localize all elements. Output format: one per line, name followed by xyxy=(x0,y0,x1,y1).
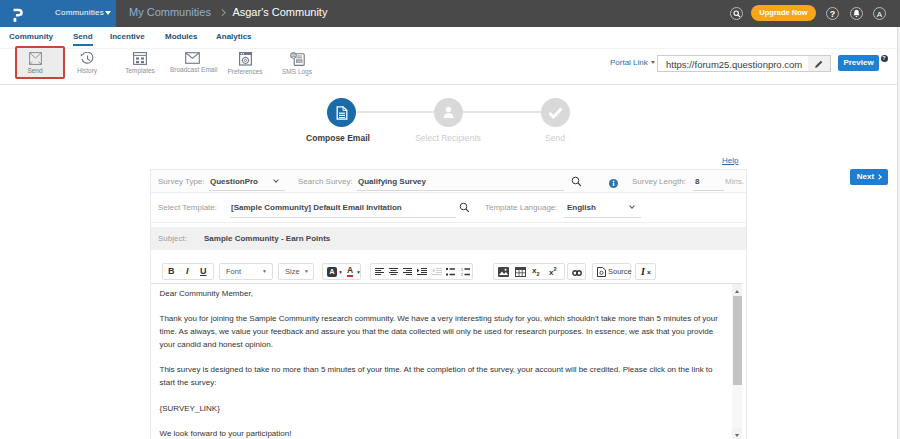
svg-text:2: 2 xyxy=(461,273,463,276)
svg-text:1: 1 xyxy=(461,268,463,272)
